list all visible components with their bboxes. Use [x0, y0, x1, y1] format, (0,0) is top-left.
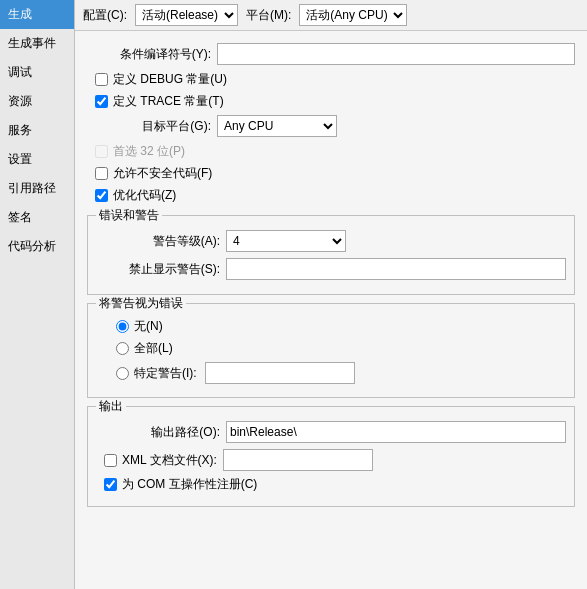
sidebar-item-code-analysis[interactable]: 代码分析: [0, 232, 74, 261]
warning-level-select[interactable]: 01234: [226, 230, 346, 252]
define-trace-checkbox[interactable]: [95, 95, 108, 108]
sidebar-item-debug[interactable]: 调试: [0, 58, 74, 87]
warning-level-control: 01234: [226, 230, 566, 252]
define-trace-label: 定义 TRACE 常量(T): [113, 93, 224, 110]
output-content: 输出路径(O): XML 文档文件(X): 为 COM 互操作性注册: [88, 407, 574, 506]
condition-symbol-control: [217, 43, 575, 65]
sidebar-item-signing[interactable]: 签名: [0, 203, 74, 232]
sidebar: 生成 生成事件 调试 资源 服务 设置 引用路径 签名 代码分析: [0, 0, 75, 589]
define-trace-row: 定义 TRACE 常量(T): [87, 93, 575, 110]
allow-unsafe-label: 允许不安全代码(F): [113, 165, 212, 182]
optimize-label: 优化代码(Z): [113, 187, 176, 204]
output-group: 输出 输出路径(O): XML 文档文件(X):: [87, 406, 575, 507]
treat-none-row: 无(N): [96, 318, 566, 335]
xml-doc-label: XML 文档文件(X):: [122, 452, 217, 469]
optimize-row: 优化代码(Z): [87, 187, 575, 204]
define-debug-row: 定义 DEBUG 常量(U): [87, 71, 575, 88]
prefer32-checkbox[interactable]: [95, 145, 108, 158]
target-platform-label: 目标平台(G):: [87, 118, 217, 135]
treat-all-row: 全部(L): [96, 340, 566, 357]
treat-warnings-title: 将警告视为错误: [96, 295, 186, 312]
build-settings-group: 条件编译符号(Y): 定义 DEBUG 常量(U) 定义 TRACE 常量(T)…: [87, 39, 575, 215]
platform-select[interactable]: 活动(Any CPU)Any CPUx86x64: [299, 4, 407, 26]
errors-warnings-title: 错误和警告: [96, 207, 162, 224]
main-panel: 配置(C): 活动(Release)DebugRelease所有配置 平台(M)…: [75, 0, 587, 589]
output-path-control: [226, 421, 566, 443]
treat-none-label: 无(N): [134, 318, 163, 335]
output-path-row: 输出路径(O):: [96, 421, 566, 443]
suppress-warnings-row: 禁止显示警告(S):: [96, 258, 566, 280]
condition-symbol-row: 条件编译符号(Y):: [87, 43, 575, 65]
treat-warnings-content: 无(N) 全部(L) 特定警告(I):: [88, 304, 574, 397]
sidebar-item-reference-paths[interactable]: 引用路径: [0, 174, 74, 203]
sidebar-item-build[interactable]: 生成: [0, 0, 74, 29]
output-path-label: 输出路径(O):: [96, 424, 226, 441]
suppress-warnings-control: [226, 258, 566, 280]
output-path-input[interactable]: [226, 421, 566, 443]
allow-unsafe-checkbox[interactable]: [95, 167, 108, 180]
allow-unsafe-row: 允许不安全代码(F): [87, 165, 575, 182]
treat-specific-row: 特定警告(I):: [96, 362, 566, 384]
sidebar-item-services[interactable]: 服务: [0, 116, 74, 145]
condition-symbol-input[interactable]: [217, 43, 575, 65]
com-register-checkbox[interactable]: [104, 478, 117, 491]
top-bar: 配置(C): 活动(Release)DebugRelease所有配置 平台(M)…: [75, 0, 587, 31]
com-register-label: 为 COM 互操作性注册(C): [122, 476, 257, 493]
treat-specific-input[interactable]: [205, 362, 355, 384]
xml-doc-row: XML 文档文件(X):: [96, 449, 566, 471]
treat-warnings-group: 将警告视为错误 无(N) 全部(L) 特定警告(I):: [87, 303, 575, 398]
warning-level-label: 警告等级(A):: [96, 233, 226, 250]
treat-all-label: 全部(L): [134, 340, 173, 357]
treat-all-radio[interactable]: [116, 342, 129, 355]
define-debug-checkbox[interactable]: [95, 73, 108, 86]
optimize-checkbox[interactable]: [95, 189, 108, 202]
target-platform-row: 目标平台(G): Any CPUx86x64Itanium: [87, 115, 575, 137]
treat-specific-radio[interactable]: [116, 367, 129, 380]
com-register-row: 为 COM 互操作性注册(C): [96, 476, 566, 493]
errors-warnings-group: 错误和警告 警告等级(A): 01234 禁止显示警告(S):: [87, 215, 575, 295]
treat-none-radio[interactable]: [116, 320, 129, 333]
prefer32-row: 首选 32 位(P): [87, 143, 575, 160]
sidebar-item-settings[interactable]: 设置: [0, 145, 74, 174]
define-debug-label: 定义 DEBUG 常量(U): [113, 71, 227, 88]
condition-symbol-label: 条件编译符号(Y):: [87, 46, 217, 63]
xml-doc-input[interactable]: [223, 449, 373, 471]
content-area: 条件编译符号(Y): 定义 DEBUG 常量(U) 定义 TRACE 常量(T)…: [75, 31, 587, 589]
sidebar-item-build-events[interactable]: 生成事件: [0, 29, 74, 58]
warning-level-row: 警告等级(A): 01234: [96, 230, 566, 252]
errors-warnings-content: 警告等级(A): 01234 禁止显示警告(S):: [88, 216, 574, 294]
prefer32-label: 首选 32 位(P): [113, 143, 185, 160]
suppress-warnings-input[interactable]: [226, 258, 566, 280]
target-platform-select[interactable]: Any CPUx86x64Itanium: [217, 115, 337, 137]
config-select[interactable]: 活动(Release)DebugRelease所有配置: [135, 4, 238, 26]
treat-specific-wrapper: 特定警告(I):: [116, 362, 355, 384]
config-label: 配置(C):: [83, 7, 127, 24]
treat-specific-label: 特定警告(I):: [134, 365, 197, 382]
xml-doc-checkbox[interactable]: [104, 454, 117, 467]
output-title: 输出: [96, 398, 126, 415]
sidebar-item-resources[interactable]: 资源: [0, 87, 74, 116]
target-platform-control: Any CPUx86x64Itanium: [217, 115, 575, 137]
platform-label: 平台(M):: [246, 7, 291, 24]
suppress-warnings-label: 禁止显示警告(S):: [96, 261, 226, 278]
